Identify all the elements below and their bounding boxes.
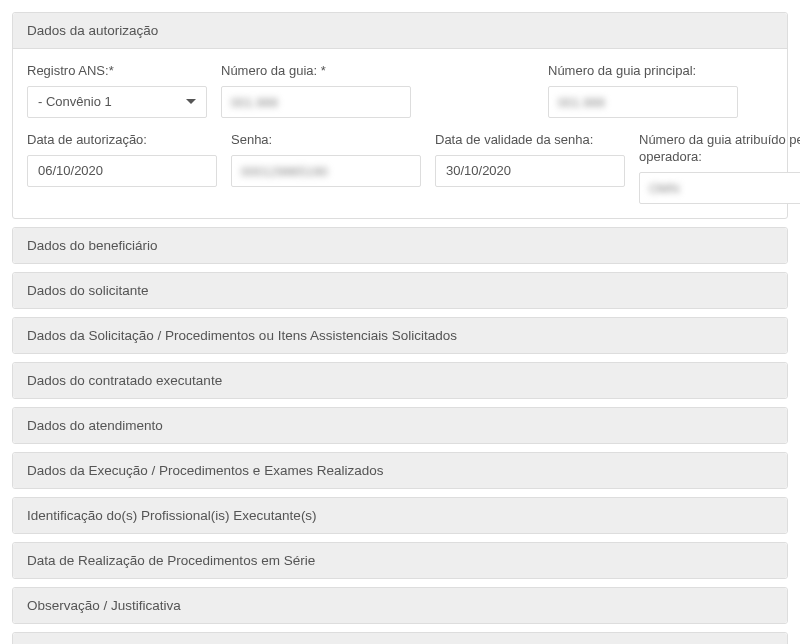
section-autorizacao: Dados da autorização Registro ANS:* - Co… — [12, 12, 788, 219]
section-title: Dados do solicitante — [27, 283, 149, 298]
section-beneficiario: Dados do beneficiário — [12, 227, 788, 264]
section-header-execucao[interactable]: Dados da Execução / Procedimentos e Exam… — [13, 453, 787, 488]
section-profissional: Identificação do(s) Profissional(is) Exe… — [12, 497, 788, 534]
section-header-autorizacao[interactable]: Dados da autorização — [13, 13, 787, 49]
section-execucao: Dados da Execução / Procedimentos e Exam… — [12, 452, 788, 489]
section-title: Dados do atendimento — [27, 418, 163, 433]
section-valores: Valores monetários utilizados — [12, 632, 788, 644]
section-header-observacao[interactable]: Observação / Justificativa — [13, 588, 787, 623]
section-header-profissional[interactable]: Identificação do(s) Profissional(is) Exe… — [13, 498, 787, 533]
section-realizacao: Data de Realização de Procedimentos em S… — [12, 542, 788, 579]
label-data-validade-senha: Data de validade da senha: — [435, 132, 625, 149]
label-numero-guia-principal: Número da guia principal: — [548, 63, 773, 80]
section-body-autorizacao: Registro ANS:* - Convênio 1 Número da gu… — [13, 49, 787, 218]
section-solicitacao: Dados da Solicitação / Procedimentos ou … — [12, 317, 788, 354]
field-data-validade-senha: Data de validade da senha: — [435, 132, 625, 204]
label-numero-guia-operadora: Número da guia atribuído pela operadora: — [639, 132, 800, 166]
section-title: Dados da Solicitação / Procedimentos ou … — [27, 328, 457, 343]
input-numero-guia-operadora[interactable] — [639, 172, 800, 204]
section-header-realizacao[interactable]: Data de Realização de Procedimentos em S… — [13, 543, 787, 578]
field-numero-guia-operadora: Número da guia atribuído pela operadora:… — [639, 132, 800, 204]
section-title: Identificação do(s) Profissional(is) Exe… — [27, 508, 317, 523]
section-header-atendimento[interactable]: Dados do atendimento — [13, 408, 787, 443]
input-numero-guia-principal[interactable] — [548, 86, 738, 118]
label-data-autorizacao: Data de autorização: — [27, 132, 217, 149]
label-registro-ans: Registro ANS:* — [27, 63, 207, 80]
input-numero-guia[interactable] — [221, 86, 411, 118]
input-wrap: 000129865190 — [231, 155, 421, 187]
section-atendimento: Dados do atendimento — [12, 407, 788, 444]
label-senha: Senha: — [231, 132, 421, 149]
section-header-contratado[interactable]: Dados do contratado executante — [13, 363, 787, 398]
input-data-autorizacao[interactable] — [27, 155, 217, 187]
field-registro-ans: Registro ANS:* - Convênio 1 — [27, 63, 207, 118]
section-header-solicitacao[interactable]: Dados da Solicitação / Procedimentos ou … — [13, 318, 787, 353]
section-header-solicitante[interactable]: Dados do solicitante — [13, 273, 787, 308]
section-title: Data de Realização de Procedimentos em S… — [27, 553, 315, 568]
section-solicitante: Dados do solicitante — [12, 272, 788, 309]
section-header-valores[interactable]: Valores monetários utilizados — [13, 633, 787, 644]
section-title: Dados da autorização — [27, 23, 158, 38]
label-numero-guia: Número da guia: * — [221, 63, 534, 80]
form-row: Registro ANS:* - Convênio 1 Número da gu… — [27, 63, 773, 118]
input-senha[interactable] — [231, 155, 421, 187]
field-senha: Senha: 000129865190 — [231, 132, 421, 204]
section-title: Observação / Justificativa — [27, 598, 181, 613]
section-title: Dados da Execução / Procedimentos e Exam… — [27, 463, 383, 478]
form-row: Data de autorização: Senha: 000129865190… — [27, 132, 773, 204]
field-data-autorizacao: Data de autorização: — [27, 132, 217, 204]
section-header-beneficiario[interactable]: Dados do beneficiário — [13, 228, 787, 263]
section-observacao: Observação / Justificativa — [12, 587, 788, 624]
input-data-validade-senha[interactable] — [435, 155, 625, 187]
input-wrap: 001.988 — [221, 86, 534, 118]
field-numero-guia-principal: Número da guia principal: 001.988 — [548, 63, 773, 118]
section-title: Dados do contratado executante — [27, 373, 222, 388]
select-registro-ans[interactable]: - Convênio 1 — [27, 86, 207, 118]
section-title: Dados do beneficiário — [27, 238, 158, 253]
field-numero-guia: Número da guia: * 001.988 — [221, 63, 534, 118]
section-contratado: Dados do contratado executante — [12, 362, 788, 399]
input-wrap: 001.988 — [548, 86, 773, 118]
input-wrap: OMN — [639, 172, 800, 204]
